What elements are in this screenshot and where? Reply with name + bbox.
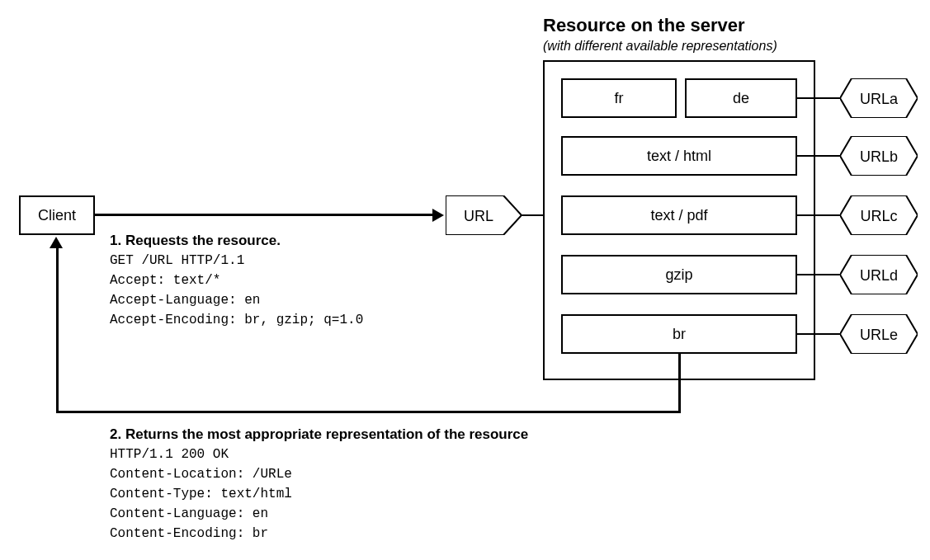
response-heading: 2. Returns the most appropriate represen…	[110, 426, 528, 443]
request-arrow-head-icon	[432, 209, 444, 222]
response-line-up	[56, 247, 59, 413]
server-subtitle: (with different available representation…	[543, 39, 777, 54]
url-tag-d: URLd	[840, 255, 918, 294]
connector-b	[797, 155, 840, 157]
connector-e	[797, 333, 840, 335]
client-box: Client	[19, 195, 95, 235]
repr-lang-de: de	[685, 78, 797, 118]
url-tag-e: URLe	[840, 314, 918, 354]
svg-text:URLd: URLd	[860, 267, 898, 284]
url-tag-a: URLa	[840, 78, 918, 118]
request-lines: GET /URL HTTP/1.1 Accept: text/* Accept-…	[110, 251, 363, 330]
repr-enc-gzip: gzip	[561, 255, 797, 294]
svg-text:URLb: URLb	[860, 148, 898, 165]
repr-text-pdf: text / pdf	[561, 195, 797, 235]
server-title: Resource on the server	[543, 15, 745, 36]
repr-text-html: text / html	[561, 136, 797, 176]
connector-c	[797, 214, 840, 216]
repr-lang-fr: fr	[561, 78, 677, 118]
request-heading: 1. Requests the resource.	[110, 233, 281, 249]
url-tag-b: URLb	[840, 136, 918, 176]
diagram-canvas: Resource on the server (with different a…	[0, 0, 930, 560]
response-arrow-head-icon	[50, 237, 63, 248]
connector-a	[797, 97, 840, 99]
svg-text:URLc: URLc	[860, 208, 897, 224]
response-lines: HTTP/1.1 200 OK Content-Location: /URLe …	[110, 445, 292, 544]
response-line-left	[56, 411, 681, 413]
request-arrow-line	[95, 214, 434, 216]
repr-enc-br: br	[561, 314, 797, 354]
url-tag-c: URLc	[840, 195, 918, 235]
url-to-server-line	[522, 214, 544, 216]
response-line-down	[678, 354, 681, 413]
url-pentagon: URL	[446, 195, 522, 235]
svg-text:URLa: URLa	[860, 91, 899, 107]
connector-d	[797, 274, 840, 275]
svg-text:URL: URL	[464, 208, 493, 224]
svg-text:URLe: URLe	[860, 327, 898, 343]
